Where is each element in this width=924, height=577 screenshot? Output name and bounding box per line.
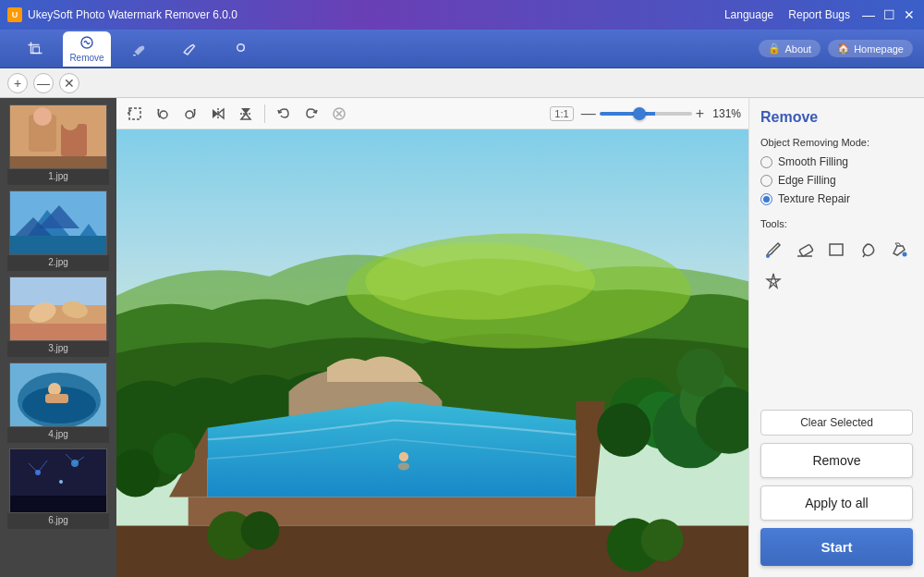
svg-rect-77 [799, 244, 813, 256]
svg-point-52 [365, 243, 595, 320]
start-button[interactable]: Start [760, 528, 913, 566]
lasso-icon [858, 240, 877, 259]
tools-section-label: Tools: [760, 218, 913, 229]
edge-filling-option[interactable]: Edge Filling [760, 174, 913, 187]
zoom-value-label: 131% [708, 107, 741, 120]
thumbnail-label: 6.jpg [7, 513, 109, 529]
svg-point-67 [399, 452, 408, 461]
edge-filling-radio[interactable] [760, 175, 772, 187]
flip-v-button[interactable] [235, 103, 257, 125]
apply-to-all-button[interactable]: Apply to all [760, 485, 913, 521]
title-menu: Language Report Bugs [724, 8, 850, 21]
remove-button[interactable]: Remove [760, 443, 913, 478]
svg-point-75 [641, 519, 684, 561]
thumbnail-image [9, 190, 107, 255]
title-bar-left: U UkeySoft Photo Watermark Remover 6.0.0 [7, 7, 237, 22]
main-layout: 1.jpg 2.jpg [0, 98, 924, 577]
ai-tool-button[interactable] [760, 268, 786, 294]
flip-v-icon [238, 106, 253, 121]
language-menu-item[interactable]: Language [724, 8, 773, 21]
thumb1-svg [10, 105, 107, 169]
flip-h-button[interactable] [207, 103, 229, 125]
lock-icon: 🔒 [768, 43, 781, 55]
about-button[interactable]: 🔒 About [759, 40, 821, 57]
eraser-tool-button[interactable] [792, 237, 818, 263]
canvas-area: 1:1 — + 131% [116, 98, 748, 577]
list-item[interactable]: 4.jpg [7, 362, 109, 443]
lasso-tool-button[interactable] [855, 237, 881, 263]
list-item[interactable]: 2.jpg [7, 190, 109, 271]
homepage-button[interactable]: 🏠 Homepage [828, 40, 913, 57]
thumb3-svg [10, 277, 107, 341]
home-icon: 🏠 [837, 43, 850, 55]
thumbnail-image [9, 104, 107, 169]
svg-point-76 [766, 254, 770, 258]
svg-point-11 [62, 114, 79, 130]
eraser-icon [796, 240, 814, 259]
list-item[interactable]: 6.jpg [7, 448, 109, 529]
zoom-slider[interactable] [600, 112, 692, 116]
toolbar-separator [264, 104, 265, 123]
smooth-filling-option[interactable]: Smooth Filling [760, 155, 913, 168]
texture-repair-option[interactable]: Texture Repair [760, 192, 913, 205]
redo-icon [304, 106, 319, 121]
file-bar: + — ✕ [0, 68, 924, 98]
svg-point-59 [597, 403, 650, 457]
zoom-minus-button[interactable]: — [581, 106, 596, 121]
add-file-button[interactable]: + [7, 73, 28, 93]
svg-line-80 [863, 254, 865, 257]
thumbnail-label: 4.jpg [7, 427, 109, 443]
clear-canvas-button[interactable] [328, 103, 350, 125]
brush-tool-button[interactable] [760, 237, 786, 263]
toolbar-right: 🔒 About 🏠 Homepage [759, 40, 913, 57]
remove-tab-label: Remove [69, 53, 103, 63]
clear-selected-button[interactable]: Clear Selected [760, 410, 913, 436]
list-item[interactable]: 3.jpg [7, 276, 109, 357]
svg-line-4 [244, 44, 245, 45]
report-bugs-menu-item[interactable]: Report Bugs [788, 8, 850, 21]
title-bar: U UkeySoft Photo Watermark Remover 6.0.0… [0, 0, 924, 30]
rotate-ccw-button[interactable] [152, 103, 174, 125]
rotate-ccw-icon [155, 106, 170, 121]
list-item[interactable]: 1.jpg [7, 104, 109, 185]
undo-button[interactable] [273, 103, 295, 125]
close-file-button[interactable]: ✕ [59, 73, 79, 93]
clone-tool-tab[interactable] [218, 31, 266, 67]
svg-point-73 [241, 511, 279, 549]
smooth-filling-radio[interactable] [760, 156, 772, 168]
thumbnail-image [9, 448, 107, 513]
svg-point-26 [48, 383, 61, 396]
redo-button[interactable] [300, 103, 322, 125]
remove-file-button[interactable]: — [33, 73, 54, 93]
thumb6-svg [10, 449, 107, 513]
zoom-1-1-button[interactable]: 1:1 [550, 106, 573, 121]
fill-tool-tab[interactable] [115, 31, 163, 67]
svg-rect-15 [10, 236, 107, 255]
svg-rect-20 [10, 324, 107, 341]
homepage-label: Homepage [854, 43, 904, 55]
texture-repair-radio[interactable] [760, 193, 772, 205]
marquee-tool-button[interactable] [124, 103, 146, 125]
rectangle-tool-button[interactable] [823, 237, 849, 263]
brush-icon [764, 240, 783, 259]
thumbnail-image [9, 362, 107, 427]
rotate-cw-button[interactable] [179, 103, 201, 125]
close-button[interactable]: ✕ [902, 7, 917, 22]
toolbar-tabs: Remove [11, 31, 266, 67]
main-image-canvas[interactable] [116, 129, 748, 577]
panel-title: Remove [760, 109, 913, 126]
maximize-button[interactable]: ☐ [881, 7, 896, 22]
svg-point-40 [186, 111, 193, 118]
smooth-filling-label: Smooth Filling [778, 155, 848, 168]
panel-spacer [760, 305, 913, 410]
thumbnail-label: 3.jpg [7, 341, 109, 357]
paint-bucket-button[interactable] [886, 237, 912, 263]
crop-tool-tab[interactable] [11, 31, 59, 67]
paint-icon [182, 41, 199, 57]
minimize-button[interactable]: — [861, 7, 876, 22]
svg-line-6 [244, 49, 245, 50]
remove-tool-tab[interactable]: Remove [63, 31, 111, 67]
paint-tool-tab[interactable] [166, 31, 214, 67]
svg-rect-79 [830, 244, 843, 255]
zoom-plus-button[interactable]: + [696, 106, 704, 121]
